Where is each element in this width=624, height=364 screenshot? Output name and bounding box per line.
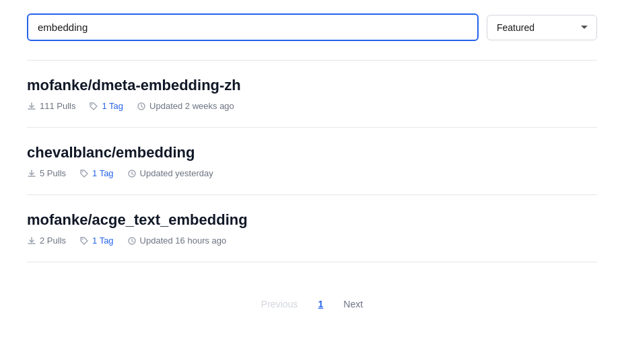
download-icon bbox=[27, 169, 36, 178]
tags-meta: 1 Tag bbox=[79, 235, 114, 246]
updated-meta: Updated 2 weeks ago bbox=[137, 101, 234, 111]
result-title[interactable]: chevalblanc/embedding bbox=[27, 144, 597, 161]
page-number-1[interactable]: 1 bbox=[311, 295, 330, 314]
updated-meta: Updated yesterday bbox=[127, 168, 213, 178]
list-item: mofanke/acge_text_embedding 2 Pulls bbox=[27, 195, 597, 262]
updated-meta: Updated 16 hours ago bbox=[127, 235, 227, 246]
list-item: mofanke/dmeta-embedding-zh 111 Pulls bbox=[27, 60, 597, 128]
pagination: Previous 1 Next bbox=[27, 284, 597, 324]
download-icon bbox=[27, 236, 36, 246]
tag-icon bbox=[89, 102, 98, 111]
tags-meta: 1 Tag bbox=[89, 101, 123, 111]
result-meta: 5 Pulls 1 Tag bbox=[27, 168, 597, 178]
svg-point-4 bbox=[82, 238, 83, 240]
sort-select[interactable]: Featured Most Downloads Most Likes Recen… bbox=[487, 15, 597, 40]
pulls-meta: 5 Pulls bbox=[27, 168, 66, 178]
clock-icon bbox=[127, 236, 137, 246]
clock-icon bbox=[127, 169, 137, 178]
result-meta: 111 Pulls 1 Tag bbox=[27, 101, 597, 111]
pulls-meta: 111 Pulls bbox=[27, 101, 75, 111]
list-item: chevalblanc/embedding 5 Pulls bbox=[27, 128, 597, 195]
svg-point-2 bbox=[82, 171, 83, 172]
tags-meta: 1 Tag bbox=[79, 168, 114, 178]
result-title[interactable]: mofanke/acge_text_embedding bbox=[27, 211, 597, 229]
tag-icon bbox=[79, 236, 89, 246]
result-meta: 2 Pulls 1 Tag bbox=[27, 235, 597, 246]
previous-button[interactable]: Previous bbox=[256, 296, 303, 312]
download-icon bbox=[27, 102, 36, 111]
search-bar: Featured Most Downloads Most Likes Recen… bbox=[27, 13, 597, 41]
page-container: Featured Most Downloads Most Likes Recen… bbox=[0, 0, 624, 338]
tag-icon bbox=[79, 169, 89, 178]
tag-link[interactable]: 1 Tag bbox=[102, 101, 123, 111]
pulls-meta: 2 Pulls bbox=[27, 235, 66, 246]
svg-point-0 bbox=[92, 104, 93, 105]
clock-icon bbox=[137, 102, 146, 111]
tag-link[interactable]: 1 Tag bbox=[92, 235, 114, 246]
result-title[interactable]: mofanke/dmeta-embedding-zh bbox=[27, 77, 597, 94]
search-input[interactable] bbox=[27, 13, 479, 41]
next-button[interactable]: Next bbox=[338, 296, 368, 312]
results-list: mofanke/dmeta-embedding-zh 111 Pulls bbox=[27, 60, 597, 262]
tag-link[interactable]: 1 Tag bbox=[92, 168, 114, 178]
